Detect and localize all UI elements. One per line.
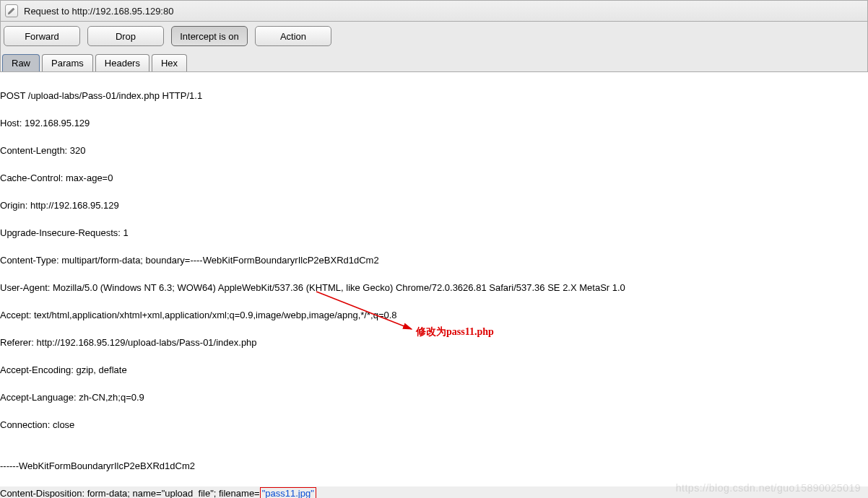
header-host[interactable]: Host: 192.168.95.129 — [0, 116, 868, 130]
header-content-type[interactable]: Content-Type: multipart/form-data; bound… — [0, 253, 868, 267]
header-origin[interactable]: Origin: http://192.168.95.129 — [0, 198, 868, 212]
watermark: https://blog.csdn.net/guo15890025019 — [676, 482, 861, 494]
header-accept-language[interactable]: Accept-Language: zh-CN,zh;q=0.9 — [0, 390, 868, 404]
pencil-icon — [5, 4, 18, 17]
intercept-toggle-button[interactable]: Intercept is on — [171, 26, 248, 46]
tab-hex[interactable]: Hex — [152, 54, 187, 71]
tab-params[interactable]: Params — [42, 54, 93, 71]
header-accept-encoding[interactable]: Accept-Encoding: gzip, deflate — [0, 363, 868, 377]
header-connection[interactable]: Connection: close — [0, 418, 868, 432]
proxy-toolbar: Forward Drop Intercept is on Action — [0, 22, 868, 51]
header-upgrade-insecure[interactable]: Upgrade-Insecure-Requests: 1 — [0, 226, 868, 240]
tab-raw[interactable]: Raw — [2, 54, 40, 71]
header-user-agent[interactable]: User-Agent: Mozilla/5.0 (Windows NT 6.3;… — [0, 281, 868, 294]
boundary-open-1[interactable]: ------WebKitFormBoundaryrIlcP2eBXRd1dCm2 — [0, 459, 868, 473]
header-content-length[interactable]: Content-Length: 320 — [0, 144, 868, 157]
request-line[interactable]: POST /upload-labs/Pass-01/index.php HTTP… — [0, 89, 868, 102]
tab-headers[interactable]: Headers — [95, 54, 149, 71]
drop-button[interactable]: Drop — [87, 26, 164, 46]
forward-button[interactable]: Forward — [4, 26, 80, 46]
window-titlebar: Request to http://192.168.95.129:80 — [0, 0, 868, 22]
header-accept[interactable]: Accept: text/html,application/xhtml+xml,… — [0, 308, 868, 322]
cd-prefix: Content-Disposition: form-data; name="up… — [0, 488, 260, 498]
raw-request-editor[interactable]: POST /upload-labs/Pass-01/index.php HTTP… — [0, 72, 868, 498]
header-referer[interactable]: Referer: http://192.168.95.129/upload-la… — [0, 336, 868, 349]
window-title: Request to http://192.168.95.129:80 — [24, 6, 173, 17]
filename-highlighted[interactable]: "pass11.jpg" — [260, 487, 316, 498]
action-button[interactable]: Action — [255, 26, 331, 46]
header-cache-control[interactable]: Cache-Control: max-age=0 — [0, 171, 868, 185]
view-tabs: Raw Params Headers Hex — [0, 51, 868, 72]
